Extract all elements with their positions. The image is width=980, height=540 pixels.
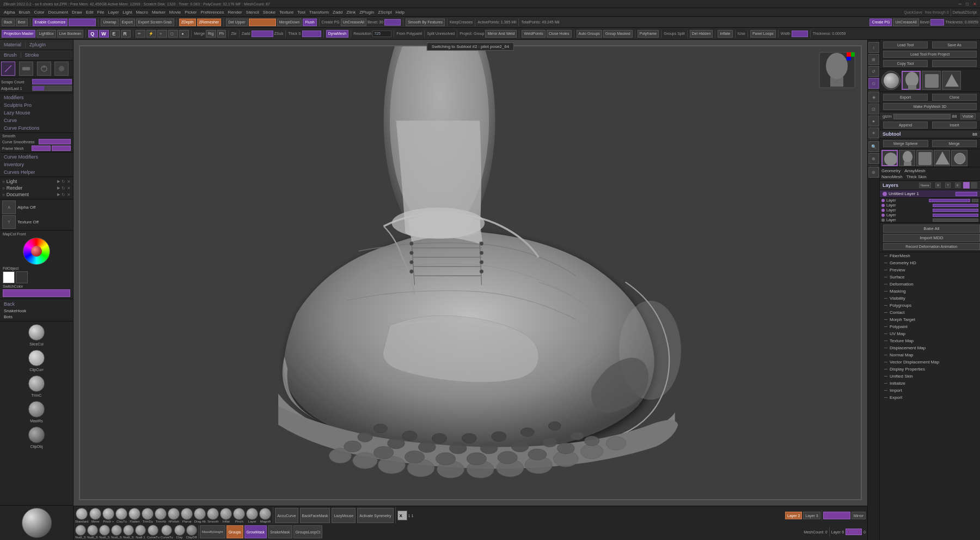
inventory-section[interactable]: Inventory — [2, 161, 71, 168]
gizmo-icon[interactable]: G — [868, 78, 879, 89]
white-swatch[interactable] — [3, 271, 15, 283]
move-brush-tool[interactable]: Move — [89, 508, 101, 523]
layer-intensity-slider[interactable] — [955, 192, 977, 196]
claydb-brush[interactable]: ClayDB — [186, 525, 197, 539]
polygroups-item[interactable]: Polygroups — [880, 302, 980, 309]
xray-icon[interactable]: ◈ — [868, 92, 879, 102]
clone-btn[interactable]: Clone — [932, 94, 977, 101]
alpha-off-section[interactable]: A Alpha Off — [2, 201, 71, 214]
merge-btn[interactable]: Merge — [932, 140, 977, 147]
back-label-section[interactable]: Back — [2, 300, 71, 308]
material-section[interactable]: Material — [2, 41, 23, 48]
best-btn[interactable]: Best — [16, 19, 28, 26]
copy-tool-btn[interactable]: Copy Tool — [883, 60, 928, 67]
export-screen-grab-btn[interactable]: Export Screen Grab — [136, 19, 174, 26]
grow-mask-btn[interactable]: GrowMask — [244, 525, 267, 538]
canvas-frame[interactable] — [79, 45, 862, 500]
polypaint-item[interactable]: Polypaint — [880, 323, 980, 330]
menu-transform[interactable]: Transform — [308, 10, 330, 15]
trimab-brush-tool[interactable]: TrimAb — [155, 508, 167, 523]
rig-btn[interactable]: Rig — [206, 30, 216, 38]
zremesher-btn[interactable]: ZRemesher — [197, 19, 222, 26]
zoom-icon[interactable]: 🔍 — [868, 141, 879, 152]
masking-item[interactable]: Masking — [880, 288, 980, 295]
menu-stroke[interactable]: Stroke — [261, 10, 277, 15]
frame-mesh-slider2[interactable] — [52, 145, 71, 151]
paste-tool-btn[interactable] — [932, 60, 977, 67]
flush-btn[interactable]: Flush — [303, 19, 316, 26]
menu-zscript[interactable]: ZScript — [376, 10, 393, 15]
menu-brush[interactable]: Brush — [17, 10, 32, 15]
menu-light[interactable]: Light — [121, 10, 133, 15]
texture-map-item[interactable]: Texture Map — [880, 337, 980, 344]
curve-modifiers-section[interactable]: Curve Modifiers — [2, 153, 71, 161]
switch-color-btn[interactable] — [3, 289, 70, 297]
layer-t-btn[interactable]: T — [945, 183, 951, 188]
slicecol-tool[interactable]: SliceCol — [28, 323, 45, 346]
brush-size-btn[interactable]: ● — [179, 30, 189, 38]
accu-curve-btn[interactable]: AccuCurve — [275, 508, 298, 523]
enable-customize-btn[interactable]: Enable Customize — [33, 19, 68, 26]
trimdy-brush-tool[interactable]: TrimDy — [142, 508, 154, 523]
groups-btn[interactable]: Groups — [226, 525, 243, 538]
export-item[interactable]: Export — [880, 394, 980, 401]
layer-row-4[interactable]: Layer — [880, 213, 980, 217]
brush-back[interactable] — [19, 62, 33, 76]
menu-document[interactable]: Document — [47, 10, 70, 15]
menu-render[interactable]: Render — [226, 10, 244, 15]
smooth-by-features-btn[interactable]: Smooth By Features — [406, 19, 445, 26]
menu-zlink[interactable]: Zlink — [345, 10, 357, 15]
menu-zplugin[interactable]: ZPlugin — [358, 10, 376, 15]
window-close[interactable]: ✕ — [972, 2, 978, 7]
scraps-slider[interactable] — [32, 79, 72, 84]
groups-loop-ct-btn[interactable]: GroupsLoopCt — [293, 525, 323, 538]
contact-item[interactable]: Contact — [880, 309, 980, 316]
curves-helper-section[interactable]: Curves Helper — [2, 168, 71, 176]
menu-macro[interactable]: Macro — [134, 10, 150, 15]
window-minimize[interactable]: ─ — [957, 2, 963, 7]
symmetry-btn[interactable]: ⚡ — [146, 30, 156, 38]
panel-loops-btn[interactable]: Panel Loops — [750, 30, 776, 38]
weld-pts-btn[interactable]: WeldPoints — [522, 30, 545, 38]
lightbox-btn[interactable]: LightBox — [36, 30, 56, 38]
hpolish-brush-tool[interactable]: hPolish — [168, 508, 180, 523]
weld-btn[interactable] — [249, 19, 276, 26]
visible-btn[interactable]: Visible — [960, 113, 976, 119]
menu-zadd[interactable]: Zadd — [331, 10, 344, 15]
append-btn[interactable]: Append — [883, 122, 928, 129]
smooth-brush-tool[interactable]: Smooth — [207, 508, 219, 523]
unified-skin-item[interactable]: Unified Skin — [880, 373, 980, 380]
document-section[interactable]: ○ Document ▶ ↻ ✕ — [2, 191, 71, 198]
thumb-active[interactable] — [902, 71, 921, 90]
menu-texture[interactable]: Texture — [278, 10, 295, 15]
dynaMesh-btn[interactable]: DynaMesh — [326, 30, 348, 38]
thumb-mesh1[interactable] — [922, 71, 941, 90]
backface-mask-btn[interactable]: BackFaceMask — [300, 508, 330, 523]
thick-slider[interactable] — [302, 31, 321, 37]
preview-item[interactable]: Preview — [880, 266, 980, 274]
curve-section[interactable]: Curve — [2, 117, 71, 124]
merge-thumb-5[interactable] — [951, 150, 967, 166]
pinch2-brush-tool[interactable]: Pinch — [233, 508, 245, 523]
draw-icon-btn[interactable]: ✏ — [136, 30, 145, 38]
magnifi-brush-tool[interactable]: Magnifi — [259, 508, 271, 523]
menu-preferences[interactable]: Preferences — [199, 10, 225, 15]
del-upper-btn[interactable]: Del Upper — [226, 19, 248, 26]
layer-e-btn[interactable]: E — [955, 183, 960, 188]
render-section[interactable]: ○ Render ▶ ↻ ✕ — [2, 185, 71, 191]
viewport[interactable]: Switching to Subtool #2 : pilot pose2_64 — [74, 40, 867, 506]
display-properties-item[interactable]: Display Properties — [880, 366, 980, 373]
clipobj-tool[interactable]: ClipObj — [28, 426, 45, 448]
standard-brush-tool[interactable]: Standard — [75, 508, 88, 523]
gizm-slider[interactable] — [893, 114, 951, 119]
un-crease-btn2[interactable]: UnCreaseAll — [893, 19, 918, 26]
planar-brush-tool[interactable]: Planar — [181, 508, 193, 523]
bevel-slider[interactable] — [384, 19, 401, 26]
menu-alpha[interactable]: Alpha — [2, 10, 16, 15]
mirror-and-weld-btn[interactable]: Mirror And Weld — [485, 30, 517, 38]
rotate-mode-btn[interactable]: R — [121, 30, 131, 38]
thumb-mesh2[interactable] — [942, 71, 961, 90]
frame-mesh-slider1[interactable] — [32, 145, 51, 151]
unwrap-btn[interactable]: Unwrap — [101, 19, 118, 26]
menu-draw[interactable]: Draw — [70, 10, 84, 15]
